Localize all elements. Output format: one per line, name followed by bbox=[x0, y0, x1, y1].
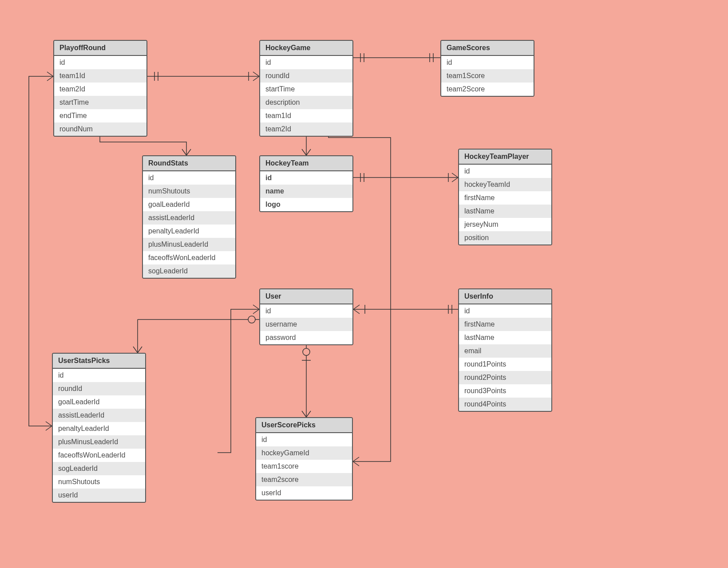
field: team2Id bbox=[260, 122, 352, 136]
field: endTime bbox=[54, 109, 146, 122]
field: plusMinusLeaderId bbox=[53, 435, 145, 449]
field: lastName bbox=[459, 331, 551, 344]
field: team1Id bbox=[260, 109, 352, 122]
field: team1Id bbox=[54, 69, 146, 83]
field: id bbox=[441, 56, 534, 69]
entity-userscorepicks: UserScorePicks id hockeyGameId team1scor… bbox=[255, 417, 353, 501]
entity-userinfo: UserInfo id firstName lastName email rou… bbox=[458, 288, 552, 412]
field: goalLeaderId bbox=[143, 198, 235, 211]
entity-fields: id team1Score team2Score bbox=[441, 56, 534, 96]
entity-title: GameScores bbox=[441, 41, 534, 56]
field: round3Points bbox=[459, 384, 551, 398]
field: team2Id bbox=[54, 83, 146, 96]
field: id bbox=[459, 165, 551, 178]
field: hockeyGameId bbox=[256, 446, 352, 460]
field: firstName bbox=[459, 191, 551, 205]
field: hockeyTeamId bbox=[459, 178, 551, 191]
svg-point-19 bbox=[248, 316, 255, 323]
entity-fields: id roundId startTime description team1Id… bbox=[260, 56, 352, 136]
field: startTime bbox=[54, 96, 146, 109]
entity-hockeyteam: HockeyTeam id name logo bbox=[259, 155, 353, 212]
entity-fields: id name logo bbox=[260, 171, 352, 211]
entity-roundstats: RoundStats id numShutouts goalLeaderId a… bbox=[142, 155, 236, 279]
field: startTime bbox=[260, 83, 352, 96]
field: id bbox=[260, 56, 352, 69]
entity-gamescores: GameScores id team1Score team2Score bbox=[440, 40, 534, 97]
field: sogLeaderId bbox=[53, 462, 145, 475]
svg-point-21 bbox=[303, 348, 310, 355]
entity-title: UserStatsPicks bbox=[53, 354, 145, 369]
entity-fields: id numShutouts goalLeaderId assistLeader… bbox=[143, 171, 235, 278]
field: username bbox=[260, 318, 352, 331]
entity-fields: id hockeyGameId team1score team2score us… bbox=[256, 433, 352, 500]
field: roundNum bbox=[54, 122, 146, 136]
entity-title: UserScorePicks bbox=[256, 418, 352, 433]
entity-title: HockeyGame bbox=[260, 41, 352, 56]
field: team1Score bbox=[441, 69, 534, 83]
field: id bbox=[260, 171, 352, 185]
field: logo bbox=[260, 198, 352, 211]
entity-title: PlayoffRound bbox=[54, 41, 146, 56]
field: assistLeaderId bbox=[143, 211, 235, 225]
field: description bbox=[260, 96, 352, 109]
entity-fields: id hockeyTeamId firstName lastName jerse… bbox=[459, 165, 551, 245]
field: team1score bbox=[256, 460, 352, 473]
field: assistLeaderId bbox=[53, 409, 145, 422]
field: position bbox=[459, 231, 551, 245]
field: firstName bbox=[459, 318, 551, 331]
field: goalLeaderId bbox=[53, 395, 145, 409]
entity-playoffround: PlayoffRound id team1Id team2Id startTim… bbox=[53, 40, 147, 137]
entity-title: UserInfo bbox=[459, 289, 551, 304]
field: lastName bbox=[459, 205, 551, 218]
field: sogLeaderId bbox=[143, 264, 235, 278]
field: faceoffsWonLeaderId bbox=[53, 449, 145, 462]
entity-fields: id username password bbox=[260, 304, 352, 344]
field: plusMinusLeaderId bbox=[143, 238, 235, 251]
field: email bbox=[459, 344, 551, 358]
field: id bbox=[459, 304, 551, 318]
field: numShutouts bbox=[143, 185, 235, 198]
entity-fields: id team1Id team2Id startTime endTime rou… bbox=[54, 56, 146, 136]
field: id bbox=[260, 304, 352, 318]
field: round4Points bbox=[459, 398, 551, 411]
entity-title: User bbox=[260, 289, 352, 304]
field: id bbox=[256, 433, 352, 446]
field: roundId bbox=[260, 69, 352, 83]
field: id bbox=[53, 369, 145, 382]
field: name bbox=[260, 185, 352, 198]
field: penaltyLeaderId bbox=[53, 422, 145, 435]
entity-title: RoundStats bbox=[143, 156, 235, 171]
entity-title: HockeyTeam bbox=[260, 156, 352, 171]
field: password bbox=[260, 331, 352, 344]
entity-userstatspicks: UserStatsPicks id roundId goalLeaderId a… bbox=[52, 353, 146, 503]
field: team2Score bbox=[441, 83, 534, 96]
field: penaltyLeaderId bbox=[143, 225, 235, 238]
field: numShutouts bbox=[53, 475, 145, 489]
field: roundId bbox=[53, 382, 145, 395]
field: round1Points bbox=[459, 358, 551, 371]
field: userId bbox=[256, 486, 352, 500]
entity-hockeyteamplayer: HockeyTeamPlayer id hockeyTeamId firstNa… bbox=[458, 149, 552, 245]
field: id bbox=[143, 171, 235, 185]
entity-user: User id username password bbox=[259, 288, 353, 345]
field: id bbox=[54, 56, 146, 69]
entity-fields: id firstName lastName email round1Points… bbox=[459, 304, 551, 411]
field: round2Points bbox=[459, 371, 551, 384]
field: faceoffsWonLeaderId bbox=[143, 251, 235, 264]
entity-title: HockeyTeamPlayer bbox=[459, 150, 551, 165]
field: jerseyNum bbox=[459, 218, 551, 231]
field: team2score bbox=[256, 473, 352, 486]
entity-hockeygame: HockeyGame id roundId startTime descript… bbox=[259, 40, 353, 137]
entity-fields: id roundId goalLeaderId assistLeaderId p… bbox=[53, 369, 145, 502]
field: userId bbox=[53, 489, 145, 502]
